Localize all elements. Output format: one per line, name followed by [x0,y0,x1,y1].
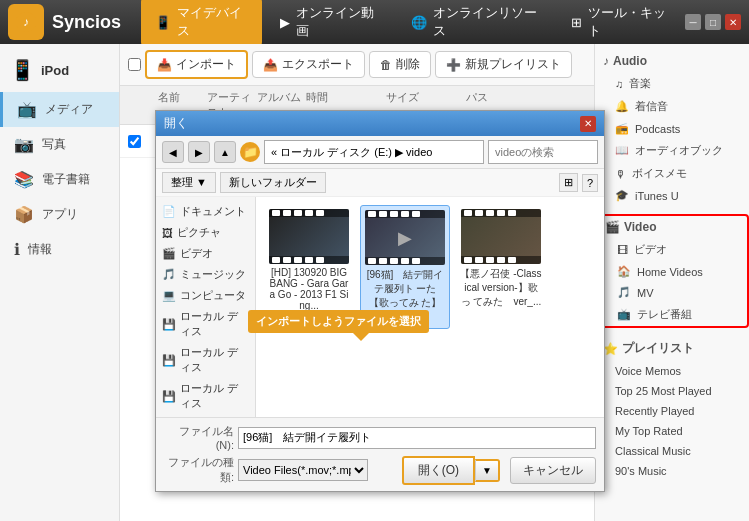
tab-toolkit[interactable]: ⊞ ツール・キット [557,0,685,46]
tree-item-music[interactable]: 🎵 ミュージック [156,264,255,285]
hdd-icon1: 💾 [162,318,176,331]
tree-item-computer[interactable]: 💻 コンピュータ [156,285,255,306]
tree-item-pictures[interactable]: 🖼 ピクチャ [156,222,255,243]
up-button[interactable]: ▲ [214,141,236,163]
playlist-section: ⭐ プレイリスト Voice Memos Top 25 Most Played … [595,336,749,481]
open-btn-group: 開く(O) ▼ [402,456,500,485]
panel-recently-played[interactable]: Recently Played [595,401,749,421]
annotation-tooltip: インポートしようファイルを選択 [248,310,429,333]
sidebar: 📱 iPod 📺 メディア 📷 写真 📚 電子書籍 📦 アプリ ℹ 情報 [0,44,120,521]
new-playlist-label: 新規プレイリスト [465,56,561,73]
panel-itunes-u[interactable]: 🎓 iTunes U [595,185,749,206]
panel-voice-memos[interactable]: Voice Memos [595,361,749,381]
panel-top25[interactable]: Top 25 Most Played [595,381,749,401]
globe-icon: 🌐 [411,15,427,30]
computer-icon: 💻 [162,289,176,302]
toolbar: 📥 インポート 📤 エクスポート 🗑 削除 ➕ 新規プレイリスト [120,44,594,86]
file-thumb-1: ▶ [365,210,445,265]
panel-my-top-rated[interactable]: My Top Rated [595,421,749,441]
back-button[interactable]: ◀ [162,141,184,163]
minimize-button[interactable]: ─ [685,14,701,30]
sidebar-item-ebooks-label: 電子書籍 [42,171,90,188]
new-playlist-button[interactable]: ➕ 新規プレイリスト [435,51,572,78]
import-button[interactable]: 📥 インポート [145,50,248,79]
file-label-0: [HD] 130920 BIGBANG - Gara Gara Go - 201… [268,267,350,311]
tree-item-local3[interactable]: 💾 ローカル ディス [156,378,255,414]
search-input[interactable] [489,141,597,163]
panel-music[interactable]: ♫ 音楽 [595,72,749,95]
sidebar-item-info-label: 情報 [28,241,52,258]
dialog-body: 📄 ドキュメント 🖼 ピクチャ 🎬 ビデオ 🎵 ミュージック 💻 コンピュータ … [156,197,604,417]
help-button[interactable]: ? [582,174,598,192]
file-thumb-2 [461,209,541,264]
new-folder-button[interactable]: 新しいフォルダー [220,172,326,193]
tree-item-local2[interactable]: 💾 ローカル ディス [156,342,255,378]
sidebar-item-media[interactable]: 📺 メディア [0,92,119,127]
dialog-toolbar2: 整理 ▼ 新しいフォルダー ⊞ ? [156,169,604,197]
open-button[interactable]: 開く(O) [402,456,475,485]
tab-toolkit-label: ツール・キット [588,4,671,40]
playlist-section-title: ⭐ プレイリスト [595,336,749,361]
select-all-checkbox[interactable] [128,58,141,71]
import-label: インポート [176,56,236,73]
delete-label: 削除 [396,56,420,73]
folder-tree: 📄 ドキュメント 🖼 ピクチャ 🎬 ビデオ 🎵 ミュージック 💻 コンピュータ … [156,197,256,417]
device-header: 📱 iPod [0,52,119,88]
filmstrip-top-2 [461,209,541,217]
row-checkbox[interactable] [128,135,141,148]
sidebar-item-photos-label: 写真 [42,136,66,153]
tree-item-cdrw[interactable]: 💿 CD-RW ドライブ [156,414,255,417]
cancel-button[interactable]: キャンセル [510,457,596,484]
filmstrip-top-1 [365,210,445,218]
sidebar-item-photos[interactable]: 📷 写真 [0,127,119,162]
filename-input[interactable] [238,427,596,449]
export-button[interactable]: 📤 エクスポート [252,51,365,78]
tree-item-documents[interactable]: 📄 ドキュメント [156,201,255,222]
podcast-icon: 📻 [615,122,629,135]
tab-mydevice[interactable]: 📱 マイデバイス [141,0,262,46]
delete-button[interactable]: 🗑 削除 [369,51,431,78]
view-toggle[interactable]: ⊞ [559,173,578,192]
path-bar[interactable]: « ローカル ディスク (E:) ▶ video [264,140,484,164]
open-dropdown-button[interactable]: ▼ [475,459,500,482]
panel-video[interactable]: 🎞 ビデオ [597,238,747,261]
tree-item-local1[interactable]: 💾 ローカル ディス [156,306,255,342]
forward-button[interactable]: ▶ [188,141,210,163]
phone-icon: 📱 [155,15,171,30]
device-name: iPod [41,63,69,78]
panel-home-videos[interactable]: 🏠 Home Videos [597,261,747,282]
panel-mv[interactable]: 🎵 MV [597,282,747,303]
video-tree-icon: 🎬 [162,247,176,260]
panel-classical[interactable]: Classical Music [595,441,749,461]
sidebar-item-apps[interactable]: 📦 アプリ [0,197,119,232]
file-label-2: 【悪ノ召使 -Classical version-】歌っ てみた ver_... [460,267,542,309]
file-item-2[interactable]: 【悪ノ召使 -Classical version-】歌っ てみた ver_... [456,205,546,329]
audio-section: ♪ Audio ♫ 音楽 🔔 着信音 📻 Podcasts 📖 オーディオブック… [595,50,749,206]
panel-ringtones[interactable]: 🔔 着信音 [595,95,749,118]
tree-item-video[interactable]: 🎬 ビデオ [156,243,255,264]
audiobook-icon: 📖 [615,144,629,157]
dialog-close-button[interactable]: ✕ [580,116,596,132]
export-icon: 📤 [263,58,278,72]
pic-icon: 🖼 [162,227,173,239]
panel-90s[interactable]: 90's Music [595,461,749,481]
sidebar-item-info[interactable]: ℹ 情報 [0,232,119,267]
sidebar-item-ebooks[interactable]: 📚 電子書籍 [0,162,119,197]
tab-online-video[interactable]: ▶ オンライン動画 [266,0,393,46]
panel-podcasts[interactable]: 📻 Podcasts [595,118,749,139]
file-dialog: 開く ✕ ◀ ▶ ▲ 📁 « ローカル ディスク (E:) ▶ video 整理… [155,110,605,492]
audio-section-title: ♪ Audio [595,50,749,72]
panel-tv[interactable]: 📺 テレビ番組 [597,303,747,326]
filetype-label: ファイルの種類: [164,455,234,485]
video-section-title: 🎬 Video [597,216,747,238]
panel-audiobook[interactable]: 📖 オーディオブック [595,139,749,162]
organize-button[interactable]: 整理 ▼ [162,172,216,193]
window-controls: ─ □ ✕ [685,14,741,30]
dialog-title: 開く [164,115,188,132]
maximize-button[interactable]: □ [705,14,721,30]
filetype-select[interactable]: Video Files(*.mov;*.mp4;*.* [238,459,368,481]
tab-online-resources[interactable]: 🌐 オンラインリソース [397,0,554,46]
panel-voicememo[interactable]: 🎙 ボイスメモ [595,162,749,185]
close-button[interactable]: ✕ [725,14,741,30]
filmstrip-bottom-2 [461,256,541,264]
